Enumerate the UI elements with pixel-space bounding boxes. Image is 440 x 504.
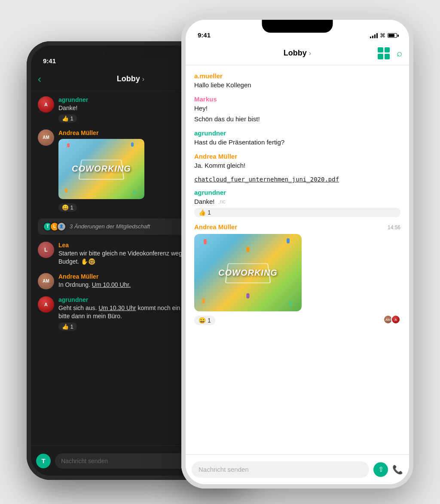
message-block: Markus Hey! Schön das du hier bist! [194, 95, 400, 123]
reaction-badge[interactable]: 😀 1 [194, 316, 215, 325]
cw-decoration [194, 234, 302, 311]
avatar: A [38, 296, 54, 313]
msg-sender: Andrea Müller [194, 223, 237, 230]
status-time-dark: 9:41 [43, 57, 56, 65]
msg-sender: a.mueller [194, 72, 400, 80]
msg-time: 14:56 [388, 224, 400, 230]
status-icons-light: ⌘ [370, 32, 397, 39]
message-block: agrundner Danke! ,nc 👍 1 [194, 189, 400, 217]
message-block: agrundner Hast du die Präsentation ferti… [194, 129, 400, 147]
back-button[interactable]: ‹ [38, 73, 41, 85]
read-avatars: AM A [383, 315, 400, 324]
chat-area-light: a.mueller Hallo liebe Kollegen Markus He… [186, 65, 409, 454]
input-placeholder: Nachricht senden [61, 458, 108, 464]
notch-light [262, 20, 333, 33]
message-block: chatcloud_fuer_unternehmen_juni_2020.pdf [194, 176, 400, 183]
message-block: Andrea Müller Ja. Kommt gleich! [194, 153, 400, 170]
msg-text: Danke! [194, 197, 215, 206]
avatar: AM [38, 129, 54, 146]
reaction-badge[interactable]: 👍 1 [58, 114, 77, 123]
input-bar-light: Nachricht senden ⇧ 📞 [186, 454, 409, 484]
grid-view-icon[interactable] [378, 47, 390, 59]
search-icon[interactable]: ⌕ [397, 48, 402, 59]
phone-light-screen: 9:41 ⌘ Lobby [186, 20, 409, 484]
msg-text: Schön das du hier bist! [194, 114, 400, 123]
wifi-icon: ⌘ [380, 32, 385, 39]
msg-text: Hallo liebe Kollegen [194, 80, 400, 89]
cw-decoration [58, 139, 144, 199]
message-block: a.mueller Hallo liebe Kollegen [194, 72, 400, 89]
msg-sender: Markus [194, 95, 400, 103]
header-light: Lobby › ⌕ [186, 41, 409, 65]
battery-icon [388, 33, 397, 38]
membership-text: 3 Änderungen der Mitgliedschaft [70, 223, 150, 230]
notch-dark [104, 46, 173, 58]
reaction-badge[interactable]: 😀 1 [58, 203, 77, 212]
send-button-light[interactable]: ⇧ [373, 462, 388, 477]
header-title-light: Lobby › [263, 49, 333, 58]
reaction-badge[interactable]: 👍 1 [194, 208, 400, 217]
user-avatar: T [36, 454, 51, 468]
msg-sender: Andrea Müller [194, 153, 400, 160]
reaction-badge[interactable]: 👍 1 [58, 323, 77, 331]
msg-text: Ja. Kommt gleich! [194, 161, 400, 170]
msg-aside: ,nc [218, 198, 226, 205]
phones-container: 9:41 ⌘ ‹ Lobby [27, 15, 413, 489]
msg-sender: agrundner [194, 189, 400, 196]
coworking-image: COWORKING [58, 139, 144, 199]
message-block: Andrea Müller 14:56 COW [194, 223, 400, 325]
msg-text: Hast du die Präsentation fertig? [194, 138, 400, 147]
avatar: AM [38, 273, 54, 289]
msg-text: Hey! [194, 104, 400, 113]
avatar: L [38, 242, 54, 258]
msg-sender: agrundner [194, 129, 400, 137]
signal-icon [370, 33, 378, 38]
msg-sender: agrundner [58, 296, 88, 303]
phone-light: 9:41 ⌘ Lobby [181, 15, 413, 489]
message-input-light[interactable]: Nachricht senden [192, 461, 369, 478]
avatar: A [38, 96, 54, 113]
coworking-image-light: COWORKING [194, 234, 302, 311]
phone-call-button-light[interactable]: 📞 [392, 464, 403, 475]
input-placeholder: Nachricht senden [199, 466, 249, 473]
status-time-light: 9:41 [198, 31, 211, 39]
file-link[interactable]: chatcloud_fuer_unternehmen_juni_2020.pdf [194, 176, 400, 183]
